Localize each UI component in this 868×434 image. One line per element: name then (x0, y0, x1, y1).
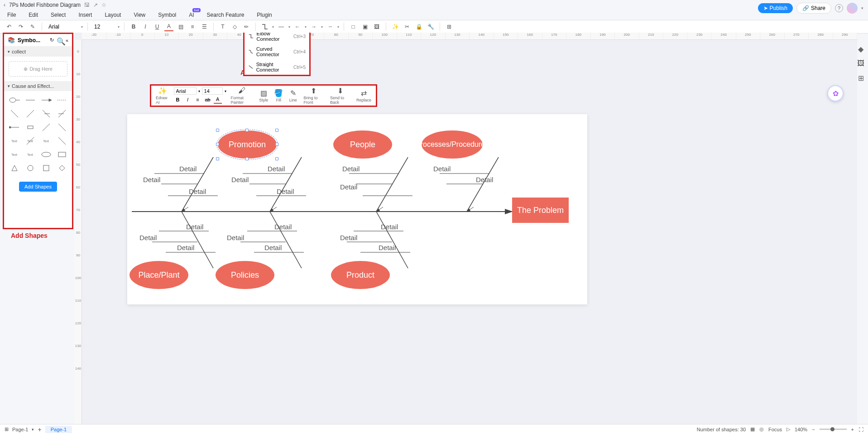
image-tool[interactable]: 🖼 (372, 22, 381, 31)
add-page-button[interactable]: + (38, 426, 41, 433)
star-icon[interactable]: ☆ (101, 2, 106, 8)
ft-font-color[interactable]: A (214, 96, 222, 104)
pen-tool[interactable]: ✏ (242, 22, 251, 31)
bold-button[interactable]: B (129, 22, 138, 31)
shape-item[interactable] (55, 149, 68, 160)
text-tool[interactable]: T (218, 22, 227, 31)
avatar-dropdown[interactable]: ▾ (861, 6, 863, 10)
sel-handle[interactable] (275, 129, 278, 132)
sel-handle[interactable] (245, 129, 249, 132)
arrow-start-button[interactable]: ← (293, 22, 302, 31)
add-shapes-button[interactable]: Add Shapes (19, 182, 57, 192)
connector-option-straight[interactable]: Straight Connector Ctrl+5 (245, 59, 309, 75)
shape-item[interactable] (24, 108, 37, 119)
save-icon[interactable]: 🖫 (84, 2, 90, 8)
export-icon[interactable]: 🖼 (856, 59, 865, 68)
shape-item[interactable] (8, 122, 21, 133)
align-button[interactable]: ≡ (188, 22, 197, 31)
menu-edit[interactable]: Edit (29, 12, 38, 18)
shape-item[interactable] (39, 95, 53, 106)
cause-processes[interactable]: Processes/Procedures (422, 130, 483, 159)
drag-here-zone[interactable]: ⊕ Drag Here (9, 61, 67, 77)
font-size-select[interactable] (92, 23, 115, 31)
publish-button[interactable]: ➤Publish (758, 3, 793, 13)
sel-handle[interactable] (275, 157, 278, 160)
zoom-out-button[interactable]: − (812, 427, 815, 432)
nav-icon[interactable]: ▦ (750, 426, 755, 432)
ai-assistant-bubble[interactable]: ✿ (827, 85, 844, 101)
canvas-inner[interactable]: Elbow Connector Ctrl+3 Curved Connector … (82, 40, 857, 425)
zoom-slider[interactable] (820, 429, 847, 430)
linestyle-dropdown-icon[interactable]: ▾ (288, 25, 290, 29)
grid-icon[interactable]: ⊞ (856, 73, 865, 82)
arrow-end-button[interactable]: → (309, 22, 318, 31)
shape-item[interactable] (55, 135, 68, 146)
menu-select[interactable]: Select (51, 12, 66, 18)
sel-handle[interactable] (216, 143, 219, 146)
ft-line[interactable]: ✎ Line (287, 89, 299, 102)
shape-item[interactable] (8, 95, 21, 106)
shape-item[interactable] (55, 163, 68, 174)
ft-italic[interactable]: I (184, 96, 192, 104)
crop-icon[interactable]: ✂ (403, 22, 412, 31)
refresh-icon[interactable]: ↻ (50, 37, 54, 43)
cause-policies[interactable]: Policies (216, 261, 274, 289)
external-link-icon[interactable]: ↗ (93, 2, 98, 8)
redo-button[interactable]: ↷ (16, 22, 25, 31)
shape-item[interactable]: Text (8, 149, 21, 160)
cause-place-plant[interactable]: Place/Plant (129, 261, 188, 289)
menu-view[interactable]: View (134, 12, 145, 18)
menu-insert[interactable]: Insert (78, 12, 92, 18)
shape-item[interactable] (55, 95, 68, 106)
ft-fill[interactable]: 🪣 Fill (273, 89, 284, 102)
sel-handle[interactable] (245, 157, 249, 160)
connector-elbow-icon[interactable] (260, 22, 269, 31)
sel-handle[interactable] (216, 157, 219, 160)
section-cause-effect[interactable]: Cause and Effect... (4, 81, 72, 91)
italic-button[interactable]: I (141, 22, 150, 31)
sparkle-icon[interactable]: ✨ (391, 22, 400, 31)
problem-box[interactable]: The Problem (512, 198, 569, 223)
menu-layout[interactable]: Layout (105, 12, 121, 18)
shape-item[interactable] (24, 163, 37, 174)
fullscreen-icon[interactable]: ⛶ (858, 427, 863, 432)
shape-item[interactable] (8, 163, 21, 174)
arrowend-dropdown-icon[interactable]: ▾ (321, 25, 323, 29)
user-avatar[interactable] (847, 3, 858, 14)
ft-font-size[interactable] (202, 87, 223, 95)
tool-1[interactable]: □ (349, 22, 358, 31)
page-selector[interactable]: Page-1 (12, 427, 28, 432)
shape-item[interactable] (39, 122, 53, 133)
collapse-icon[interactable]: « (66, 38, 68, 43)
ft-bold[interactable]: B (174, 96, 182, 104)
connector-option-elbow[interactable]: Elbow Connector Ctrl+3 (245, 33, 309, 44)
shape-item[interactable]: Text (8, 135, 21, 146)
shape-item[interactable] (55, 108, 68, 119)
focus-target-icon[interactable]: ◎ (759, 426, 764, 432)
shape-item[interactable] (24, 122, 37, 133)
shape-item[interactable]: Text (39, 135, 53, 146)
shape-item[interactable] (39, 149, 53, 160)
shape-item[interactable] (55, 122, 68, 133)
diagram-page[interactable]: Promotion People Processes/Procedures Pl… (127, 114, 587, 304)
cause-promotion[interactable]: Promotion (218, 130, 277, 159)
menu-plugin[interactable]: Plugin (257, 12, 272, 18)
underline-button[interactable]: U (153, 22, 162, 31)
ft-fontsize-dropdown-icon[interactable]: ▾ (225, 89, 226, 93)
ft-strike[interactable]: ab (204, 96, 212, 104)
menu-file[interactable]: File (7, 12, 16, 18)
shape-item[interactable] (39, 163, 53, 174)
lock-icon[interactable]: 🔒 (414, 22, 423, 31)
highlight-button[interactable]: ▤ (176, 22, 185, 31)
zoom-in-button[interactable]: + (851, 427, 854, 432)
help-icon[interactable]: ? (835, 4, 843, 12)
ft-font-dropdown-icon[interactable]: ▾ (198, 89, 200, 93)
shape-item[interactable] (8, 108, 21, 119)
page-tab[interactable]: Page-1 (45, 426, 72, 433)
shape-item[interactable] (24, 95, 37, 106)
sel-handle[interactable] (275, 143, 278, 146)
ft-replace[interactable]: ⇄ Replace (355, 89, 373, 102)
arrowstart-dropdown-icon[interactable]: ▾ (305, 25, 307, 29)
ft-format-painter[interactable]: 🖌 Format Painter (229, 87, 255, 105)
share-button[interactable]: 🔗Share (796, 3, 831, 14)
